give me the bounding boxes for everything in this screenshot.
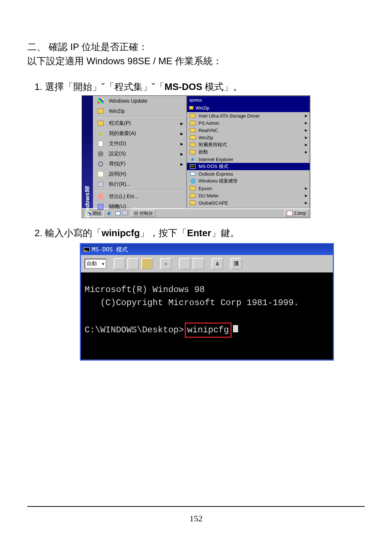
- submenu-item[interactable]: DU Meter▶: [187, 192, 310, 199]
- submenu-item[interactable]: 啟動▶: [187, 148, 310, 156]
- start-item-favorites[interactable]: ★ 我的最愛(A) ▶: [93, 128, 186, 139]
- cursor-icon: [233, 325, 238, 332]
- arrow-icon: ▶: [180, 162, 183, 166]
- start-item-documents[interactable]: 文件(D) ▶: [93, 139, 186, 149]
- dos-titlebar: MS-DOS 模式: [81, 244, 333, 255]
- step2-bold2: Enter: [187, 227, 211, 238]
- folder-icon: [189, 135, 196, 140]
- dos-title-text: MS-DOS 模式: [92, 246, 128, 254]
- submenu-item[interactable]: PS Admin▶: [187, 119, 310, 127]
- outlook-icon: [189, 171, 196, 177]
- win98-label: Windows98: [84, 186, 91, 218]
- step1-t1: 選擇「開始」˘「程式集」˘「: [45, 81, 164, 92]
- arrow-icon: ▶: [305, 150, 307, 154]
- start-item-settings[interactable]: 設定(S) ▶: [93, 149, 186, 159]
- start-item-label: 文件(D): [109, 140, 126, 147]
- arrow-icon: ▶: [305, 136, 307, 139]
- step-1: 1. 選擇「開始」˘「程式集」˘「MS-DOS 模式」。: [27, 81, 365, 93]
- submenu-label: GlobalSCAPE: [199, 200, 228, 206]
- submenu-label: Epson: [199, 186, 212, 191]
- arrow-icon: ▶: [305, 121, 307, 125]
- task-label: 2.bmp: [294, 211, 306, 216]
- submenu-label: Internet Explorer: [199, 157, 233, 162]
- submenu-item[interactable]: 附屬應用程式▶: [187, 141, 310, 148]
- toolbar-button[interactable]: [127, 258, 139, 270]
- submenu-item-msdos[interactable]: MS-DOS 模式: [187, 163, 310, 170]
- start-item-help[interactable]: 說明(H): [93, 169, 186, 179]
- submenu-label: MS-DOS 模式: [199, 163, 228, 170]
- toolbar-button[interactable]: [179, 258, 191, 270]
- ie-icon: e: [189, 156, 196, 162]
- logoff-icon: [95, 192, 106, 201]
- submenu-label: WinZip: [199, 135, 213, 140]
- folder-icon: [189, 127, 196, 133]
- submenu-item[interactable]: RealVNC▶: [187, 127, 310, 134]
- toolbar-button[interactable]: [141, 258, 153, 270]
- submenu-label: 啟動: [199, 149, 208, 155]
- submenu-item[interactable]: Epson▶: [187, 185, 310, 192]
- globe-icon: 🌐: [189, 178, 196, 184]
- submenu-item[interactable]: WinZip▶: [187, 134, 310, 141]
- toolbar-button[interactable]: [193, 258, 204, 270]
- start-item-winzip[interactable]: WinZip: [93, 106, 186, 116]
- dos-prompt: C:\WINDOWS\Desktop>: [85, 325, 184, 335]
- start-item-windows-update[interactable]: Windows Update: [93, 96, 186, 106]
- start-item-logoff[interactable]: 登出(L) Est...: [93, 192, 186, 202]
- step2-num: 2.: [34, 227, 42, 238]
- toolbar-button-a[interactable]: A: [212, 258, 223, 270]
- page-number: 152: [0, 514, 392, 524]
- submenu-label: PS Admin: [199, 120, 219, 126]
- chevron-down-icon: ▼: [102, 262, 104, 266]
- toolbar-button[interactable]: ✕: [160, 258, 172, 270]
- toolbar-button[interactable]: [114, 258, 125, 270]
- arrow-icon: ▶: [180, 132, 183, 136]
- start-item-shutdown[interactable]: 關機(U)...: [93, 202, 186, 212]
- subheading-suffix: 作業系統：: [172, 56, 222, 66]
- winflag-icon: [95, 97, 106, 105]
- task-bmp[interactable]: 2.bmp: [284, 210, 309, 217]
- submenu-item-explorer[interactable]: 🌐Windows 檔案總管: [187, 177, 310, 185]
- step2-t3: 」鍵。: [211, 227, 240, 238]
- start-item-programs[interactable]: 程式集(P) ▶: [93, 118, 186, 128]
- arrow-icon: ▶: [180, 122, 183, 126]
- font-size-dropdown[interactable]: 自動 ▼: [85, 259, 106, 269]
- step2-t1: 輸入小寫的「: [45, 227, 102, 238]
- step-2: 2. 輸入小寫的「winipcfg」，按下「Enter」鍵。: [27, 227, 365, 239]
- box-icon: [95, 107, 106, 115]
- submenu-item[interactable]: GlobalSCAPE▶: [187, 199, 310, 206]
- section-subheading: 以下設定適用 Windows 98SE / ME 作業系統：: [27, 55, 365, 67]
- arrow-icon: ▶: [305, 114, 307, 118]
- start-menu: Windows Update WinZip 程式集(P) ▶ ★ 我的最愛(A)…: [93, 96, 187, 208]
- subhead-label: WinZip: [196, 106, 209, 111]
- dos-terminal[interactable]: Microsoft(R) Windows 98 (C)Copyright Mic…: [81, 272, 333, 360]
- start-item-find[interactable]: 尋找(F) ▶: [93, 159, 186, 169]
- doc-icon: [95, 139, 106, 148]
- submenu-header-winzip: WinZip: [187, 104, 310, 112]
- submenu-header-xpress: xpress: [187, 96, 310, 104]
- dos-icon: [189, 164, 196, 169]
- separator: [94, 117, 185, 118]
- folder-icon: [189, 149, 196, 155]
- toolbar-button-han[interactable]: 漢: [230, 258, 242, 270]
- section-heading: 二、 確認 IP 位址是否正確：: [27, 40, 365, 54]
- win98-sidebar: Windows98: [82, 96, 93, 208]
- start-item-label: 尋找(F): [109, 161, 126, 167]
- arrow-icon: ▶: [305, 201, 307, 205]
- start-item-run[interactable]: 執行(R)...: [93, 179, 186, 189]
- arrow-icon: ▶: [305, 194, 307, 197]
- step1-t2: 模式」。: [202, 81, 242, 92]
- submenu-label: RealVNC: [199, 128, 218, 133]
- step2-t2: 」，按下「: [140, 227, 187, 238]
- subheading-prefix: 以下設定適用: [27, 56, 86, 66]
- arrow-icon: ▶: [180, 152, 183, 156]
- dos-toolbar: 自動 ▼ ✕ A 漢: [81, 255, 333, 272]
- folder-icon: [189, 142, 196, 148]
- submenu-item-oe[interactable]: Outlook Express: [187, 170, 310, 177]
- submenu-item-ie[interactable]: eInternet Explorer: [187, 156, 310, 163]
- dos-icon: [84, 247, 90, 252]
- subhead-label: xpress: [189, 98, 202, 103]
- dos-command: winipcfg: [185, 323, 232, 338]
- start-item-label: WinZip: [109, 108, 125, 114]
- han-label: 漢: [234, 260, 239, 267]
- submenu-item[interactable]: Intel Ultra ATA Storage Driver▶: [187, 112, 310, 119]
